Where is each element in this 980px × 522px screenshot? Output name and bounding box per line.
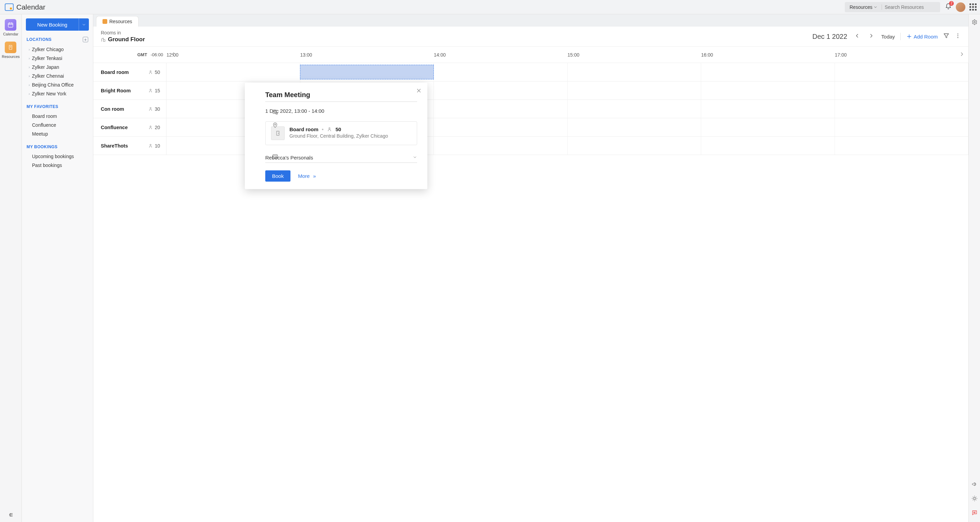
scroll-right-button[interactable]: [959, 51, 965, 59]
svg-point-16: [958, 35, 958, 36]
booking-item[interactable]: Upcoming bookings: [22, 152, 93, 161]
apps-menu-button[interactable]: [969, 3, 977, 11]
chevron-right-icon: [959, 51, 965, 57]
chevron-right-icon: ›: [29, 83, 30, 87]
brand: Calendar: [5, 3, 45, 11]
chevron-down-icon: [82, 22, 86, 27]
search-scope-label: Resources: [850, 5, 872, 10]
capacity-icon: [148, 107, 153, 112]
time-column-header: 14:00: [434, 52, 568, 57]
chevron-double-right-icon: »: [313, 173, 316, 179]
chat-button[interactable]: [972, 510, 978, 517]
calendar-app-icon: [5, 19, 16, 31]
search-input[interactable]: [881, 5, 944, 10]
more-label: More: [298, 173, 310, 179]
room-name: Board room: [101, 70, 143, 75]
app-rail: Calendar Resources: [0, 14, 22, 522]
favorite-item[interactable]: Board room: [22, 112, 93, 121]
calendar-selector[interactable]: Rebecca's Personals: [265, 153, 417, 163]
more-options-link[interactable]: More »: [298, 173, 316, 179]
sun-icon: [972, 495, 978, 501]
event-title-input[interactable]: [265, 91, 417, 99]
location-item[interactable]: ›Zylker New York: [22, 89, 93, 98]
floor-name: Ground Floor: [108, 36, 145, 43]
notifications-button[interactable]: 2: [945, 3, 952, 11]
room-card-capacity: 50: [336, 126, 341, 132]
location-name: Zylker New York: [32, 91, 67, 96]
svg-line-44: [975, 497, 976, 497]
settings-button[interactable]: [972, 19, 978, 27]
floor-icon: [101, 37, 106, 42]
timeline-slots[interactable]: [167, 63, 969, 81]
add-room-button[interactable]: Add Room: [906, 34, 938, 40]
room-row: ShareThots10: [93, 137, 969, 155]
chevron-right-icon: ›: [29, 65, 30, 69]
location-icon: [272, 122, 278, 129]
rail-resources[interactable]: Resources: [2, 42, 20, 59]
chevron-right-icon: ›: [29, 47, 30, 51]
svg-point-31: [278, 133, 278, 133]
calendar-select-icon: [272, 153, 278, 161]
gear-icon: [972, 19, 978, 25]
favorite-item[interactable]: Confluence: [22, 121, 93, 129]
room-name: ShareThots: [101, 143, 143, 148]
room-card-name: Board room: [290, 126, 318, 132]
collapse-icon: [8, 512, 14, 518]
booking-item[interactable]: Past bookings: [22, 161, 93, 170]
svg-point-19: [150, 89, 151, 90]
book-button[interactable]: Book: [265, 170, 290, 182]
next-day-button[interactable]: [867, 31, 876, 42]
megaphone-icon: [972, 481, 978, 487]
location-name: Zylker Tenkasi: [32, 56, 62, 61]
chevron-down-icon: [413, 155, 417, 160]
capacity-icon: [148, 70, 153, 75]
brand-name: Calendar: [16, 3, 45, 11]
svg-point-21: [150, 126, 151, 127]
content-area: Resources Rooms in Ground Floor Dec 1 20…: [93, 14, 969, 522]
new-booking-button[interactable]: New Booking: [26, 18, 89, 31]
tab-row: Resources: [93, 14, 969, 27]
location-name: Zylker Chennai: [32, 73, 64, 79]
rail-calendar[interactable]: Calendar: [3, 19, 18, 36]
location-name: Beijing China Office: [32, 82, 74, 88]
location-item[interactable]: ›Beijing China Office: [22, 80, 93, 89]
time-column-header: 13:00: [300, 52, 434, 57]
selected-room-card[interactable]: Board room • 50 Ground Floor, Central Bu…: [265, 121, 417, 145]
time-selection[interactable]: [300, 65, 433, 80]
timezone-offset: -06:00: [151, 52, 163, 57]
add-room-label: Add Room: [913, 34, 938, 40]
location-item[interactable]: ›Zylker Tenkasi: [22, 54, 93, 63]
location-name: Zylker Chicago: [32, 47, 64, 52]
tab-resources[interactable]: Resources: [96, 16, 138, 27]
close-popover-button[interactable]: [416, 88, 422, 95]
room-capacity: 30: [148, 106, 166, 112]
prev-day-button[interactable]: [853, 31, 862, 42]
rail-resources-label: Resources: [2, 54, 20, 59]
search-box[interactable]: Resources: [845, 2, 940, 12]
favorite-item[interactable]: Meetup: [22, 129, 93, 138]
new-booking-dropdown[interactable]: [79, 18, 89, 31]
rail-calendar-label: Calendar: [3, 32, 18, 36]
svg-rect-2: [8, 23, 13, 27]
more-menu-button[interactable]: [955, 33, 961, 40]
theme-button[interactable]: [972, 495, 978, 503]
search-scope-selector[interactable]: Resources: [850, 5, 878, 10]
svg-point-36: [974, 498, 975, 500]
location-name: Zylker Japan: [32, 64, 59, 70]
floor-selector[interactable]: Ground Floor: [101, 36, 145, 43]
user-avatar[interactable]: [956, 2, 966, 12]
utility-rail: [969, 14, 980, 522]
location-item[interactable]: ›Zylker Japan: [22, 63, 93, 72]
location-item[interactable]: ›Zylker Chicago: [22, 45, 93, 54]
add-location-button[interactable]: +: [83, 37, 88, 42]
current-date: Dec 1 2022: [813, 33, 847, 40]
room-capacity: 10: [148, 143, 166, 148]
today-button[interactable]: Today: [881, 34, 895, 40]
bookings-header: MY BOOKINGS: [27, 144, 57, 149]
filter-button[interactable]: [943, 33, 949, 40]
datetime-icon: [272, 109, 278, 116]
collapse-sidebar-button[interactable]: [0, 512, 21, 518]
location-item[interactable]: ›Zylker Chennai: [22, 72, 93, 80]
chat-icon: [972, 510, 978, 516]
announce-button[interactable]: [972, 481, 978, 488]
